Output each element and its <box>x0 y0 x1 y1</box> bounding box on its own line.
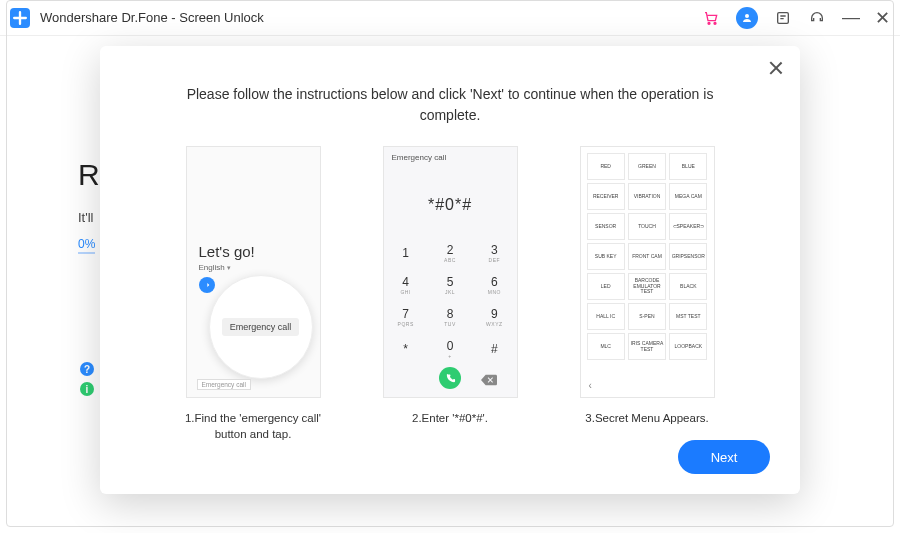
svg-point-2 <box>745 14 749 18</box>
step1-tag: Emergency call <box>197 379 251 390</box>
step-2-caption: 2.Enter '*#0*#'. <box>412 410 488 426</box>
step-2-image: Emergency call *#0*# 12ABC3DEF4GHI5JKL6M… <box>383 146 518 398</box>
step-3: REDGREENBLUERECEIVERVIBRATIONMEGA CAMSEN… <box>570 146 725 442</box>
dial-key: 6MNO <box>472 269 516 301</box>
dial-key: 5JKL <box>428 269 472 301</box>
step-1-caption: 1.Find the 'emergency call' button and t… <box>176 410 331 442</box>
secret-menu-cell: MEGA CAM <box>669 183 707 210</box>
secret-menu-cell: BLACK <box>669 273 707 300</box>
step-1: Let's go! English Emergency call Emergen… <box>176 146 331 442</box>
secret-menu-cell: TOUCH <box>628 213 666 240</box>
step1-language: English <box>199 263 231 272</box>
step-2: Emergency call *#0*# 12ABC3DEF4GHI5JKL6M… <box>373 146 528 442</box>
window-close-icon[interactable]: ✕ <box>874 7 890 29</box>
progress-label: 0% <box>78 237 95 254</box>
step2-header: Emergency call <box>384 147 517 168</box>
dial-key: 4GHI <box>384 269 428 301</box>
secret-menu-cell: ⊂SPEAKER⊃ <box>669 213 707 240</box>
secret-menu-cell: GRIPSENSOR <box>669 243 707 270</box>
dial-key: # <box>472 333 516 365</box>
bg-heading-fragment: R <box>78 158 100 192</box>
secret-menu-cell: GREEN <box>628 153 666 180</box>
feedback-icon[interactable] <box>774 9 792 27</box>
app-logo <box>10 8 30 28</box>
zoom-circle: Emergency call <box>209 275 313 379</box>
call-icon <box>439 367 461 389</box>
secret-menu-cell: HALL IC <box>587 303 625 330</box>
minimize-icon[interactable]: — <box>842 7 858 28</box>
secret-menu-cell: BLUE <box>669 153 707 180</box>
dial-key: 1 <box>384 237 428 269</box>
secret-menu-cell: MST TEST <box>669 303 707 330</box>
secret-menu-cell: SUB KEY <box>587 243 625 270</box>
secret-menu-cell: VIBRATION <box>628 183 666 210</box>
secret-menu-cell: LOOPBACK <box>669 333 707 360</box>
secret-menu-cell: SENSOR <box>587 213 625 240</box>
arrow-right-icon <box>199 277 215 293</box>
secret-menu-cell: S-PEN <box>628 303 666 330</box>
step-1-image: Let's go! English Emergency call Emergen… <box>186 146 321 398</box>
dial-key: * <box>384 333 428 365</box>
support-icon[interactable] <box>808 9 826 27</box>
app-title: Wondershare Dr.Fone - Screen Unlock <box>40 10 264 25</box>
dial-key: 0+ <box>428 333 472 365</box>
dial-key: 9WXYZ <box>472 301 516 333</box>
secret-menu-cell: FRONT CAM <box>628 243 666 270</box>
svg-point-1 <box>714 22 716 24</box>
secret-menu-cell: IRIS CAMERA TEST <box>628 333 666 360</box>
step-3-image: REDGREENBLUERECEIVERVIBRATIONMEGA CAMSEN… <box>580 146 715 398</box>
secret-menu-cell: MLC <box>587 333 625 360</box>
back-icon: ‹ <box>589 380 592 391</box>
step1-letsgo: Let's go! <box>199 243 255 260</box>
emergency-call-highlight: Emergency call <box>222 318 300 336</box>
secret-menu-cell: RECEIVER <box>587 183 625 210</box>
bg-text-fragment: It'll <box>78 210 93 225</box>
user-icon[interactable] <box>736 7 758 29</box>
dial-key: 8TUV <box>428 301 472 333</box>
dial-key: 2ABC <box>428 237 472 269</box>
close-icon[interactable] <box>768 60 784 76</box>
secret-menu-cell: RED <box>587 153 625 180</box>
titlebar: Wondershare Dr.Fone - Screen Unlock — ✕ <box>0 0 900 36</box>
instruction-modal: Please follow the instructions below and… <box>100 46 800 494</box>
cart-icon[interactable] <box>702 9 720 27</box>
secret-menu-cell: BARCODE EMULATOR TEST <box>628 273 666 300</box>
dial-key: 7PQRS <box>384 301 428 333</box>
svg-point-0 <box>708 22 710 24</box>
dial-key: 3DEF <box>472 237 516 269</box>
info-badge[interactable]: i <box>80 382 94 396</box>
step-3-caption: 3.Secret Menu Appears. <box>585 410 708 426</box>
modal-instructions: Please follow the instructions below and… <box>122 84 778 126</box>
step2-code: *#0*# <box>384 196 517 214</box>
help-badge[interactable]: ? <box>80 362 94 376</box>
secret-menu-cell: LED <box>587 273 625 300</box>
next-button[interactable]: Next <box>678 440 770 474</box>
backspace-icon <box>481 372 497 384</box>
